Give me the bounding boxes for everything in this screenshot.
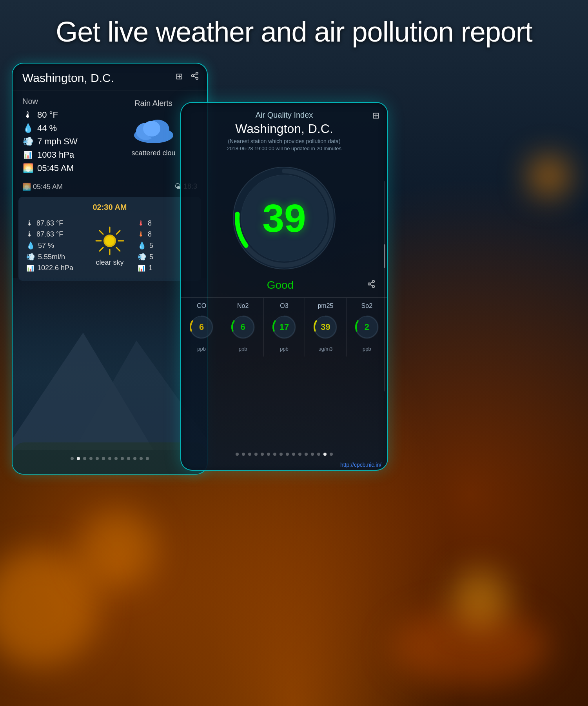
- pollutant-gauge-co: 6: [188, 313, 215, 341]
- weather-city: Washington, D.C.: [22, 71, 114, 84]
- forecast-temp-low: 🌡 87.63 °F: [26, 230, 82, 238]
- dot-3: [83, 457, 86, 460]
- forecast-condition: clear sky: [96, 258, 123, 267]
- share-icon-weather[interactable]: [191, 71, 199, 82]
- svg-point-24: [368, 283, 370, 285]
- svg-line-16: [116, 231, 120, 234]
- pollutant-value-co: 6: [199, 322, 204, 332]
- weather-header-icons: ⊞: [176, 71, 199, 82]
- forecast-section: 02:30 AM 🌡 87.63 °F 🌡 87.63 °F 💧 57 % 💨 …: [18, 197, 201, 281]
- pollutant-gauge-no2: 6: [229, 313, 257, 341]
- dot-4: [89, 457, 93, 460]
- forecast-humidity: 💧 57 %: [26, 241, 82, 250]
- pollutant-unit-no2: ppb: [239, 346, 247, 352]
- aqi-dot-4: [254, 453, 258, 456]
- wind-icon: 💨: [22, 136, 33, 147]
- aqi-status-label: Good: [267, 279, 294, 291]
- humidity-row: 💧 44 %: [22, 123, 110, 133]
- pollutant-value-no2: 6: [240, 322, 245, 332]
- pollutant-table: CO 6 ppb No2 6 ppb O: [181, 297, 387, 357]
- forecast-mid: clear sky: [82, 225, 138, 267]
- aqi-scrollbar: [384, 181, 385, 391]
- fire-effect-4: [451, 569, 510, 628]
- pollutant-name-pm25: pm25: [318, 302, 333, 309]
- aqi-station: (Nearest station which provides pollutio…: [191, 138, 377, 144]
- pollutant-name-co: CO: [197, 302, 206, 309]
- dot-7: [108, 457, 111, 460]
- svg-point-2: [196, 77, 198, 80]
- aqi-value: 39: [262, 196, 306, 241]
- aqi-dot-5: [261, 453, 264, 456]
- weather-now-section: Now 🌡 80 °F 💧 44 % 💨 7 mph SW 📊 1003 hPa…: [13, 91, 207, 182]
- humidity-value: 44 %: [37, 123, 57, 133]
- pollutant-unit-pm25: ug/m3: [318, 346, 332, 352]
- temperature-row: 🌡 80 °F: [22, 110, 110, 120]
- pollutant-col-no2: No2 6 ppb: [222, 298, 263, 357]
- svg-line-3: [194, 76, 196, 78]
- aqi-dot-10: [292, 453, 295, 456]
- pollutant-name-no2: No2: [237, 302, 249, 309]
- aqi-dot-3: [248, 453, 251, 456]
- now-label: Now: [22, 97, 110, 106]
- pressure-row: 📊 1003 hPa: [22, 150, 110, 160]
- forecast-temp-high-icon: 🌡: [26, 219, 33, 227]
- sunrise-value: 05:45 AM: [37, 163, 74, 173]
- forecast-content: 🌡 87.63 °F 🌡 87.63 °F 💧 57 % 💨 5.55mi/h …: [26, 217, 193, 275]
- fire-effect-5: [529, 157, 568, 196]
- dot-8: [114, 457, 118, 460]
- svg-point-0: [196, 72, 198, 75]
- svg-line-14: [100, 231, 103, 234]
- aqi-dot-11: [298, 453, 301, 456]
- aqi-dot-7: [273, 453, 276, 456]
- wind-value: 7 mph SW: [37, 136, 78, 147]
- aqi-grid-icon[interactable]: ⊞: [372, 111, 379, 121]
- forecast-wind-icon: 💨: [26, 253, 35, 261]
- aqi-status-row: Good: [181, 277, 387, 297]
- forecast-wind: 💨 5.55mi/h: [26, 253, 82, 261]
- aqi-share-icon[interactable]: [367, 280, 376, 291]
- aqi-dot-6: [267, 453, 270, 456]
- weather-condition: scattered clou: [131, 149, 175, 157]
- aqi-dot-14: [317, 453, 320, 456]
- pressure-icon: 📊: [22, 151, 33, 159]
- grid-icon[interactable]: ⊞: [176, 71, 183, 82]
- hiker-scene: [13, 278, 207, 474]
- weather-card: Washington, D.C. ⊞ Now 🌡 80 °F 💧 44 %: [12, 63, 208, 475]
- svg-line-17: [100, 247, 103, 251]
- dot-5: [96, 457, 99, 460]
- aqi-dot-15: [323, 453, 327, 456]
- sunrise-icon: 🌅: [22, 163, 33, 173]
- forecast-pressure: 📊 1022.6 hPa: [26, 264, 82, 272]
- fire-effect-3: [78, 510, 157, 588]
- page-indicator: [13, 451, 207, 466]
- aqi-dot-2: [242, 453, 245, 456]
- pollutant-gauge-o3: 17: [270, 313, 298, 341]
- forecast-temp-low-icon: 🌡: [26, 230, 33, 238]
- pollutant-col-pm25: pm25 39 ug/m3: [305, 298, 346, 357]
- pollutant-unit-o3: ppb: [280, 346, 289, 352]
- forecast-time: 02:30 AM: [26, 203, 193, 212]
- pollutant-col-o3: O3 17 ppb: [264, 298, 305, 357]
- forecast-temp-high: 🌡 87.63 °F: [26, 219, 82, 227]
- svg-point-1: [192, 75, 194, 77]
- svg-line-26: [370, 284, 372, 286]
- pollutant-value-o3: 17: [279, 322, 289, 332]
- pressure-value: 1003 hPa: [37, 150, 74, 160]
- pollutant-value-pm25: 39: [321, 322, 330, 332]
- svg-line-27: [370, 282, 372, 284]
- aqi-page-indicator: [181, 449, 387, 460]
- dot-11: [133, 457, 136, 460]
- pollutant-gauge-pm25: 39: [312, 313, 339, 341]
- pollutant-name-o3: O3: [280, 302, 288, 309]
- aqi-update-time: 2018-06-28 19:00:00 will be updated in 2…: [191, 146, 377, 151]
- aqi-dot-13: [311, 453, 314, 456]
- aqi-dot-12: [305, 453, 308, 456]
- weather-header: Washington, D.C. ⊞: [13, 64, 207, 91]
- svg-point-8: [143, 121, 160, 136]
- aqi-source-link[interactable]: http://cpcb.nic.in/: [181, 460, 387, 470]
- page-title: Get live weather and air pollution repor…: [0, 16, 588, 48]
- aqi-gauge: 39: [229, 163, 339, 273]
- thermometer-icon: 🌡: [22, 110, 33, 120]
- svg-point-23: [372, 280, 375, 283]
- aqi-title: Air Quality Index: [191, 111, 377, 120]
